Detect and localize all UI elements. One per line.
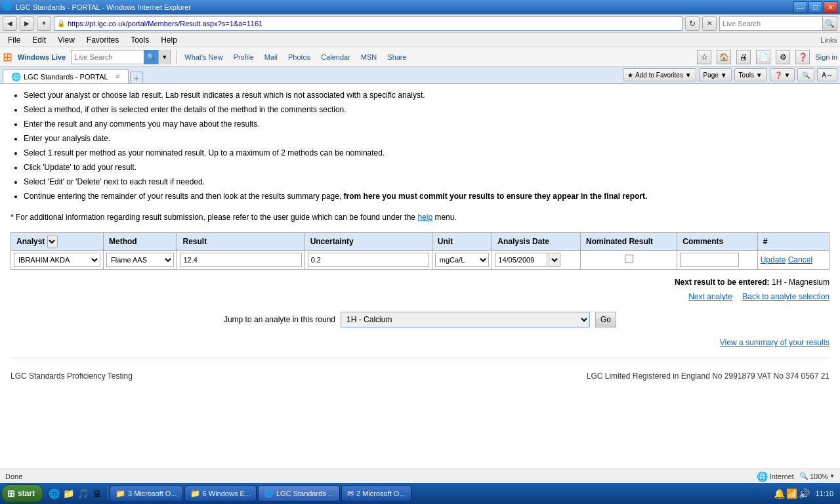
toolbar-msn[interactable]: MSN: [358, 52, 379, 62]
cancel-link[interactable]: Cancel: [788, 255, 812, 264]
windows-logo-icon: ⊞: [3, 50, 12, 64]
live-search-dropdown[interactable]: ▼: [158, 50, 170, 64]
live-search-input[interactable]: [72, 53, 144, 61]
windows-flag-icon: ⊞: [7, 488, 15, 499]
tab-lgc-standards[interactable]: 🌐 LGC Standards - PORTAL ✕: [3, 69, 129, 83]
instruction-8: Continue entering the remainder of your …: [24, 190, 830, 202]
sign-in-button[interactable]: Sign in: [815, 53, 837, 61]
taskbar-btn-icon-4: ✉: [347, 489, 354, 498]
forward-button[interactable]: ▶: [20, 16, 34, 31]
jump-select[interactable]: 1H - Calcium: [341, 312, 590, 327]
date-dropdown[interactable]: [549, 253, 560, 267]
update-link[interactable]: Update: [761, 255, 786, 264]
home-icon-button[interactable]: 🏠: [717, 50, 731, 64]
tab-close-icon[interactable]: ✕: [115, 73, 120, 80]
toolbar-photos[interactable]: Photos: [285, 52, 313, 62]
internet-text: Internet: [770, 472, 794, 480]
taskbar-btn-windows-e[interactable]: 📁 6 Windows E...: [184, 486, 257, 501]
show-desktop-icon[interactable]: 🖥: [91, 487, 104, 500]
method-select[interactable]: Flame AAS: [106, 253, 175, 267]
page-tools-button[interactable]: Page ▼: [699, 68, 732, 81]
minimize-button[interactable]: —: [793, 1, 807, 13]
footer-left: LGC Standards Proficiency Testing: [10, 371, 133, 381]
unit-select[interactable]: mgCa/L: [435, 253, 490, 267]
page-icon-button[interactable]: 📄: [756, 50, 770, 64]
print-icon-button[interactable]: 🖨: [736, 50, 751, 64]
table-row: IBRAHIM AKDA Flame AAS mgCa/L: [11, 251, 830, 270]
taskbar-btn-microsoft-o-1[interactable]: 📁 3 Microsoft O...: [110, 486, 183, 501]
toolbar-separator: [176, 50, 177, 64]
lock-icon: 🔒: [57, 20, 65, 27]
th-nominated-result: Nominated Result: [581, 233, 677, 251]
status-text: Done: [5, 472, 757, 480]
media-quick-icon[interactable]: 🎵: [76, 487, 89, 500]
menu-view[interactable]: View: [52, 34, 80, 46]
taskbar-quick-launch: 🌐 📁 🎵 🖥: [45, 487, 106, 500]
folder-quick-icon[interactable]: 📁: [62, 487, 75, 500]
new-tab-button[interactable]: +: [130, 72, 143, 83]
toolbar-profile[interactable]: Profile: [231, 52, 257, 62]
jump-row: Jump to an analyte in this round 1H - Ca…: [10, 312, 830, 327]
live-search-button[interactable]: 🔍: [144, 50, 158, 64]
toolbar-mail[interactable]: Mail: [262, 52, 280, 62]
th-result: Result: [177, 233, 304, 251]
comments-input[interactable]: [680, 253, 739, 267]
ie-quick-icon[interactable]: 🌐: [47, 487, 60, 500]
th-uncertainty: Uncertainty: [304, 233, 432, 251]
stop-button[interactable]: ✕: [702, 16, 717, 31]
notify-icon-3: 🔊: [799, 488, 810, 499]
refresh-button[interactable]: ↻: [685, 16, 700, 31]
next-analyte-link[interactable]: Next analyte: [688, 292, 732, 301]
toolbar-share[interactable]: Share: [385, 52, 409, 62]
zoom-control[interactable]: 🔍 100% ▼: [799, 472, 835, 480]
menu-tools[interactable]: Tools: [125, 34, 154, 46]
result-input[interactable]: [180, 253, 301, 267]
add-favorites-button[interactable]: ★ Add to Favorites ▼: [623, 68, 696, 81]
summary-link[interactable]: View a summary of your results: [720, 338, 830, 347]
table-header-row: Analyst Method Result Uncertainty Unit A…: [11, 233, 830, 251]
toolbar-whats-new[interactable]: What's New: [182, 52, 225, 62]
menu-help[interactable]: Help: [156, 34, 182, 46]
results-table: Analyst Method Result Uncertainty Unit A…: [10, 232, 830, 270]
td-analyst: IBRAHIM AKDA: [11, 251, 104, 270]
maximize-button[interactable]: □: [808, 1, 822, 13]
analyst-filter-dropdown[interactable]: [47, 236, 58, 247]
star-icon: ★: [627, 72, 633, 79]
taskbar-btn-lgc[interactable]: 🌐 LGC Standards ...: [258, 486, 340, 501]
help-icon-button[interactable]: ❓: [795, 50, 810, 64]
analysis-date-input[interactable]: [495, 253, 547, 267]
nav-links: Next analyte Back to analyte selection: [10, 292, 830, 301]
search-go-button[interactable]: 🔍: [822, 17, 837, 30]
translate-button[interactable]: A↔: [817, 68, 837, 81]
close-button[interactable]: ✕: [824, 1, 837, 13]
info-note: * For additional information regarding r…: [10, 213, 830, 222]
th-comments: Comments: [677, 233, 757, 251]
internet-label: 🌐 Internet: [757, 471, 794, 482]
back-button[interactable]: ◀: [3, 16, 17, 31]
ie-help-button[interactable]: ❓ ▼: [770, 68, 795, 81]
analyst-select[interactable]: IBRAHIM AKDA: [14, 253, 100, 267]
research-button[interactable]: 🔍: [797, 68, 814, 81]
ie-tools-button[interactable]: Tools ▼: [734, 68, 767, 81]
taskbar-btn-microsoft-o-2[interactable]: ✉ 2 Microsoft O...: [341, 486, 411, 501]
menu-edit[interactable]: Edit: [27, 34, 51, 46]
favorites-icon-button[interactable]: ☆: [697, 50, 711, 64]
uncertainty-input[interactable]: [308, 253, 429, 267]
dropdown-button[interactable]: ▼: [37, 16, 51, 31]
title-bar: 🌐 LGC Standards - PORTAL - Windows Inter…: [0, 0, 840, 14]
tools-icon-button[interactable]: ⚙: [776, 50, 790, 64]
clock: 11:10: [812, 490, 836, 497]
instruction-5: Select 1 result per method as your nomin…: [24, 147, 830, 159]
menu-file[interactable]: File: [3, 34, 26, 46]
address-box[interactable]: 🔒 https://pt.lgc.co.uk/portal/Members/Re…: [54, 16, 682, 31]
go-button[interactable]: Go: [595, 312, 616, 327]
td-unit: mgCa/L: [432, 251, 492, 270]
back-to-selection-link[interactable]: Back to analyte selection: [742, 292, 830, 301]
help-link[interactable]: help: [417, 213, 432, 222]
status-right: 🌐 Internet 🔍 100% ▼: [757, 471, 835, 482]
start-button[interactable]: ⊞ start: [1, 484, 43, 503]
toolbar-calendar[interactable]: Calendar: [318, 52, 353, 62]
nominated-checkbox[interactable]: [625, 255, 633, 263]
search-input[interactable]: [720, 20, 822, 28]
menu-favorites[interactable]: Favorites: [81, 34, 124, 46]
